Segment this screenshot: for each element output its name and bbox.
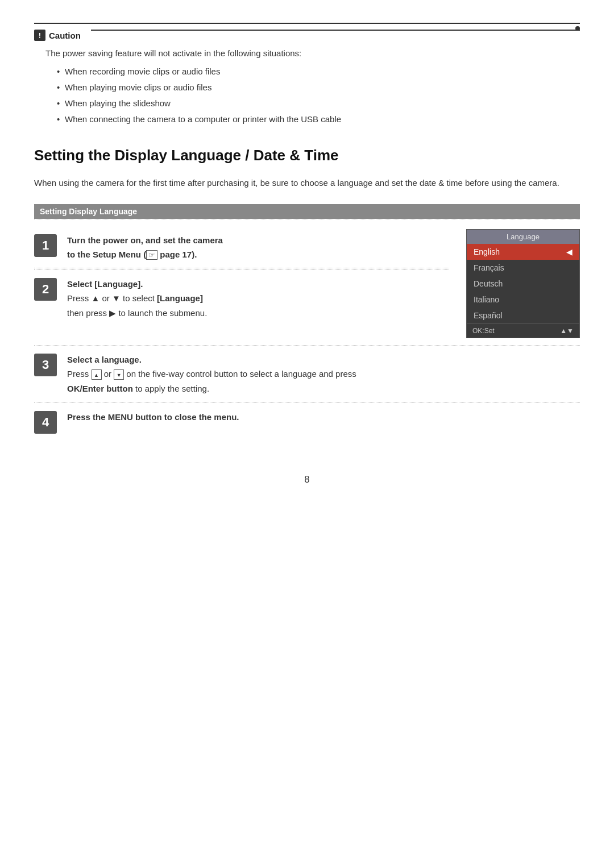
step-2: 2 Select [Language]. Press ▲ or ▼ to sel… bbox=[34, 269, 449, 326]
list-item: When connecting the camera to a computer… bbox=[57, 113, 580, 126]
caution-list: When recording movie clips or audio file… bbox=[45, 65, 580, 126]
step-number-3: 3 bbox=[34, 354, 57, 376]
step-1-bold-1: Turn the power on, and set the camera bbox=[67, 235, 223, 245]
step-4-content: Press the MENU button to close the menu. bbox=[67, 410, 580, 425]
caution-body: The power saving feature will not activa… bbox=[34, 47, 580, 126]
step-1: 1 Turn the power on, and set the camera … bbox=[34, 226, 449, 268]
step-number-4: 4 bbox=[34, 411, 57, 434]
language-menu-screenshot: Language English ◀ Français Deutsch Ital… bbox=[466, 229, 580, 338]
step-3-icon-down: ▼ bbox=[114, 369, 124, 380]
lang-menu-item-espanol: Español bbox=[467, 308, 579, 323]
lang-menu-item-francais: Français bbox=[467, 260, 579, 276]
caution-label: Caution bbox=[49, 31, 81, 40]
caution-line bbox=[91, 30, 580, 31]
lang-menu-header: Language bbox=[467, 230, 579, 244]
step-2-line2: then press ▶ to launch the submenu. bbox=[67, 308, 207, 318]
step-2-line1: Press ▲ or ▼ to select [Language] bbox=[67, 293, 203, 303]
lang-selected-arrow: ◀ bbox=[566, 247, 572, 256]
page-number: 8 bbox=[34, 475, 580, 485]
step-number-2: 2 bbox=[34, 278, 57, 301]
setting-display-language-bar: Setting Display Language bbox=[34, 204, 580, 219]
step-3-line3: to apply the setting. bbox=[133, 384, 209, 393]
steps-left: 1 Turn the power on, and set the camera … bbox=[34, 226, 449, 327]
step-2-content: Select [Language]. Press ▲ or ▼ to selec… bbox=[67, 277, 449, 321]
step-3-bold2: OK/Enter button bbox=[67, 384, 133, 393]
lang-menu-footer: OK:Set ▲▼ bbox=[467, 323, 579, 338]
step-3-icon-up: ▲ bbox=[92, 369, 102, 380]
lang-menu-item-english: English ◀ bbox=[467, 244, 579, 260]
lang-menu-item-italiano: Italiano bbox=[467, 292, 579, 308]
step-4-bold: Press the MENU button to close the menu. bbox=[67, 412, 239, 422]
section-intro: When using the camera for the first time… bbox=[34, 176, 580, 190]
step-4: 4 Press the MENU button to close the men… bbox=[34, 402, 580, 441]
step-3-line1: Press bbox=[67, 369, 92, 379]
step-number-1: 1 bbox=[34, 234, 57, 257]
list-item: When playing movie clips or audio files bbox=[57, 81, 580, 94]
lang-english-label: English bbox=[474, 247, 500, 256]
step-1-bold-2: to the Setup Menu ( bbox=[67, 250, 146, 259]
lang-menu-ok-label: OK:Set bbox=[472, 327, 495, 335]
list-item: When playing the slideshow bbox=[57, 97, 580, 110]
step-1-icon: ☞ bbox=[146, 250, 157, 260]
steps-1-2-section: 1 Turn the power on, and set the camera … bbox=[34, 219, 580, 345]
step-3-line2: on the five-way control button to select… bbox=[124, 369, 356, 379]
caution-box: ! Caution The power saving feature will … bbox=[34, 23, 580, 126]
step-3-bold: Select a language. bbox=[67, 355, 142, 364]
list-item: When recording movie clips or audio file… bbox=[57, 65, 580, 78]
section-title: Setting the Display Language / Date & Ti… bbox=[34, 147, 580, 164]
step-1-page-ref: page 17). bbox=[157, 250, 197, 259]
caution-icon: ! bbox=[34, 30, 45, 41]
caution-dot bbox=[575, 26, 580, 31]
steps-container: 1 Turn the power on, and set the camera … bbox=[34, 219, 580, 441]
step-3: 3 Select a language. Press ▲ or ▼ on the… bbox=[34, 345, 580, 403]
step-2-bold: Select [Language]. bbox=[67, 279, 143, 289]
step-1-content: Turn the power on, and set the camera to… bbox=[67, 233, 449, 262]
caution-header: ! Caution bbox=[34, 30, 580, 41]
caution-intro: The power saving feature will not activa… bbox=[45, 47, 580, 60]
lang-menu-item-deutsch: Deutsch bbox=[467, 276, 579, 292]
lang-menu-arrows: ▲▼ bbox=[560, 327, 574, 335]
step-3-content: Select a language. Press ▲ or ▼ on the f… bbox=[67, 352, 580, 396]
step-3-or: or bbox=[102, 369, 114, 379]
